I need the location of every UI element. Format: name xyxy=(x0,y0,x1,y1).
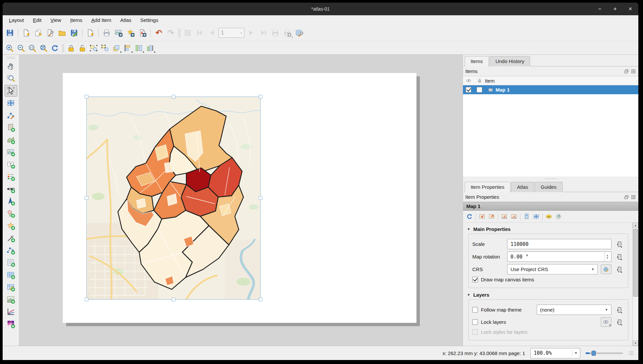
menu-atlas[interactable]: Atlas xyxy=(120,17,131,23)
redo-button[interactable]: ↷ xyxy=(165,27,177,38)
lock-selected-items-button[interactable] xyxy=(65,43,77,53)
add-3d-map-tool[interactable] xyxy=(5,134,17,146)
zoom-full-extent-button[interactable] xyxy=(38,43,49,53)
print-atlas-button[interactable] xyxy=(269,27,281,38)
clipping-settings-button[interactable] xyxy=(554,212,563,221)
raise-selected-items-button[interactable]: ▾ xyxy=(111,43,122,53)
add-html-tool[interactable]: </> xyxy=(5,257,17,268)
save-project-button[interactable] xyxy=(4,27,16,38)
zoom-tool[interactable] xyxy=(5,73,17,84)
resize-handle-bottom-middle[interactable] xyxy=(172,298,175,301)
resize-handle-top-left[interactable] xyxy=(85,95,88,99)
menu-add-item[interactable]: Add Item xyxy=(91,17,111,23)
crs-combobox[interactable]: Use Project CRS▼ xyxy=(507,264,598,274)
scroll-down-icon[interactable]: ▼ xyxy=(633,340,638,346)
scrollbar-thumb[interactable] xyxy=(633,229,638,297)
item-lock-checkbox[interactable] xyxy=(477,87,482,93)
add-arrow-tool[interactable] xyxy=(5,232,17,244)
follow-map-theme-checkbox[interactable] xyxy=(472,307,478,313)
export-as-pdf-button[interactable] xyxy=(137,27,148,38)
data-defined-override-icon[interactable] xyxy=(614,252,624,261)
tab-items[interactable]: Items xyxy=(465,56,489,66)
scale-input[interactable]: 110000 xyxy=(507,239,611,249)
layers-section-header[interactable]: ▼ Layers xyxy=(467,292,630,298)
tab-atlas[interactable]: Atlas xyxy=(511,182,534,192)
map-rotation-spinbox[interactable]: 0.00 ° ▲▼ xyxy=(507,252,611,262)
close-panel-icon[interactable] xyxy=(631,194,636,200)
maximize-icon[interactable]: + xyxy=(612,6,618,12)
resize-handle-top-middle[interactable] xyxy=(172,95,175,99)
undo-button[interactable]: ↶ xyxy=(153,27,165,38)
float-panel-icon[interactable] xyxy=(624,194,629,200)
zoom-actual-size-button[interactable]: 1:1 xyxy=(27,43,38,53)
add-elevation-profile-tool[interactable] xyxy=(5,294,17,305)
resize-items-button[interactable]: ▾ xyxy=(144,43,156,53)
zoom-out-button[interactable] xyxy=(15,43,27,53)
export-as-image-button[interactable] xyxy=(113,27,125,38)
visibility-preset-eye-icon[interactable]: ▾ xyxy=(601,317,611,327)
tab-undo-history[interactable]: Undo History xyxy=(490,56,530,66)
add-shape-tool[interactable] xyxy=(5,208,17,219)
labeling-settings-button[interactable]: abc xyxy=(544,212,554,221)
map-item[interactable] xyxy=(87,97,260,299)
zoom-slider-handle[interactable] xyxy=(592,351,596,356)
add-items-from-template-button[interactable] xyxy=(56,27,68,38)
distribute-items-button[interactable]: ▾ xyxy=(133,43,144,53)
group-items-button[interactable] xyxy=(88,43,99,53)
zoom-slider[interactable] xyxy=(586,352,623,354)
refresh-map-preview-button[interactable] xyxy=(465,212,474,221)
zoom-in-button[interactable] xyxy=(4,43,15,53)
menu-edit[interactable]: Edit xyxy=(33,17,42,23)
add-marker-tool[interactable] xyxy=(5,220,17,232)
refresh-view-button[interactable] xyxy=(49,43,60,53)
close-panel-icon[interactable] xyxy=(631,69,636,74)
ungroup-items-button[interactable] xyxy=(99,43,111,53)
resize-handle-bottom-left[interactable] xyxy=(85,298,88,301)
minimize-icon[interactable]: – xyxy=(597,6,603,12)
print-layout-button[interactable] xyxy=(101,27,113,38)
select-move-item-tool[interactable] xyxy=(5,85,17,97)
menu-settings[interactable]: Settings xyxy=(140,17,158,23)
data-defined-override-icon[interactable] xyxy=(614,305,624,315)
move-map-content-button[interactable] xyxy=(531,212,541,221)
resize-handle-bottom-right[interactable] xyxy=(259,298,262,301)
spinner-arrows-icon[interactable]: ▲▼ xyxy=(604,252,610,261)
menu-layout[interactable]: Layout xyxy=(9,17,24,23)
draw-map-canvas-items-checkbox[interactable] xyxy=(472,277,478,282)
select-crs-globe-icon[interactable] xyxy=(601,264,611,274)
add-picture-tool[interactable] xyxy=(5,146,17,158)
zoom-level-combobox[interactable]: 100.0%▼ xyxy=(530,348,580,358)
next-feature-button[interactable] xyxy=(245,27,257,38)
add-legend-tool[interactable] xyxy=(5,171,17,182)
view-scale-in-canvas-button[interactable]: 1:25 xyxy=(509,212,519,221)
menu-items[interactable]: Items xyxy=(70,17,82,23)
set-map-extent-to-canvas-button[interactable] xyxy=(477,212,487,221)
edit-nodes-tool[interactable] xyxy=(5,109,17,121)
add-map-tool[interactable] xyxy=(5,122,17,133)
data-defined-override-icon[interactable] xyxy=(614,264,624,274)
layout-canvas[interactable] xyxy=(19,55,463,346)
add-label-tool[interactable]: T xyxy=(5,159,17,170)
preview-atlas-button[interactable] xyxy=(182,27,194,38)
add-north-arrow-tool[interactable] xyxy=(5,195,17,207)
add-plot-tool[interactable] xyxy=(5,306,17,318)
view-extent-in-canvas-button[interactable] xyxy=(487,212,497,221)
item-row-map1[interactable]: Map 1 xyxy=(463,85,638,94)
set-map-scale-to-canvas-button[interactable]: 1:25 xyxy=(500,212,509,221)
atlas-settings-button[interactable] xyxy=(293,27,305,38)
duplicate-layout-button[interactable] xyxy=(32,27,44,38)
menu-view[interactable]: View xyxy=(50,17,61,23)
export-atlas-button[interactable]: ▾ xyxy=(281,27,293,38)
add-color-ramp-tool[interactable] xyxy=(5,318,17,330)
previous-feature-button[interactable] xyxy=(206,27,218,38)
data-defined-override-icon[interactable] xyxy=(614,239,624,249)
map-theme-combobox[interactable]: (none)▼ xyxy=(537,305,611,315)
export-as-svg-button[interactable] xyxy=(125,27,137,38)
add-fixed-table-tool[interactable] xyxy=(5,281,17,293)
data-defined-override-icon[interactable] xyxy=(614,317,624,327)
close-icon[interactable]: × xyxy=(627,6,634,12)
add-attribute-table-tool[interactable] xyxy=(5,269,17,281)
float-panel-icon[interactable] xyxy=(624,69,629,74)
main-properties-section-header[interactable]: ▼ Main Properties xyxy=(467,226,630,232)
add-node-item-tool[interactable] xyxy=(5,245,17,256)
